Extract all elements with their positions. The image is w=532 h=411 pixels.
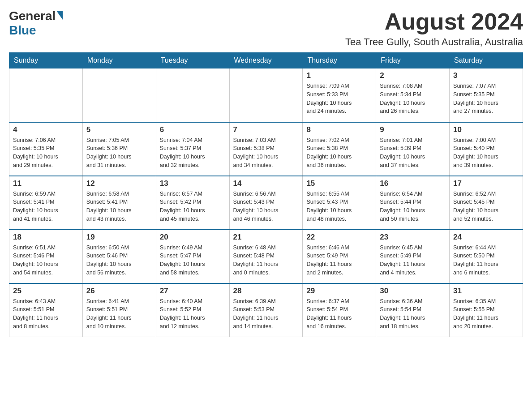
day-info: Sunrise: 6:37 AMSunset: 5:54 PMDaylight:… xyxy=(306,297,372,331)
day-number: 14 xyxy=(233,179,299,188)
day-info: Sunrise: 7:09 AMSunset: 5:33 PMDaylight:… xyxy=(306,82,372,116)
day-info: Sunrise: 7:00 AMSunset: 5:40 PMDaylight:… xyxy=(453,136,519,170)
day-number: 18 xyxy=(13,233,79,242)
day-info: Sunrise: 7:07 AMSunset: 5:35 PMDaylight:… xyxy=(453,82,519,116)
weekday-header-wednesday: Wednesday xyxy=(229,53,303,68)
calendar-cell: 12Sunrise: 6:58 AMSunset: 5:41 PMDayligh… xyxy=(82,176,156,230)
day-info: Sunrise: 6:48 AMSunset: 5:48 PMDaylight:… xyxy=(233,244,299,277)
day-number: 2 xyxy=(380,71,446,80)
day-info: Sunrise: 6:40 AMSunset: 5:52 PMDaylight:… xyxy=(160,297,226,331)
calendar-cell: 25Sunrise: 6:43 AMSunset: 5:51 PMDayligh… xyxy=(9,283,83,337)
calendar-cell: 4Sunrise: 7:06 AMSunset: 5:35 PMDaylight… xyxy=(9,122,83,176)
day-info: Sunrise: 7:06 AMSunset: 5:35 PMDaylight:… xyxy=(13,136,79,170)
calendar-cell: 14Sunrise: 6:56 AMSunset: 5:43 PMDayligh… xyxy=(229,176,303,230)
day-info: Sunrise: 6:35 AMSunset: 5:55 PMDaylight:… xyxy=(453,297,519,331)
calendar-cell: 24Sunrise: 6:44 AMSunset: 5:50 PMDayligh… xyxy=(450,230,523,283)
day-info: Sunrise: 6:54 AMSunset: 5:44 PMDaylight:… xyxy=(380,190,446,223)
calendar-cell: 27Sunrise: 6:40 AMSunset: 5:52 PMDayligh… xyxy=(156,283,229,337)
calendar-cell: 21Sunrise: 6:48 AMSunset: 5:48 PMDayligh… xyxy=(229,230,303,283)
day-number: 8 xyxy=(306,125,372,134)
calendar-week-row: 11Sunrise: 6:59 AMSunset: 5:41 PMDayligh… xyxy=(9,176,523,230)
day-number: 5 xyxy=(86,125,152,134)
day-info: Sunrise: 6:57 AMSunset: 5:42 PMDaylight:… xyxy=(160,190,226,223)
calendar-cell xyxy=(9,68,83,122)
day-info: Sunrise: 6:50 AMSunset: 5:46 PMDaylight:… xyxy=(86,244,152,277)
day-number: 7 xyxy=(233,125,299,134)
day-number: 9 xyxy=(380,125,446,134)
calendar-cell: 9Sunrise: 7:01 AMSunset: 5:39 PMDaylight… xyxy=(376,122,450,176)
day-number: 12 xyxy=(86,179,152,188)
weekday-header-monday: Monday xyxy=(82,53,156,68)
day-number: 28 xyxy=(233,287,299,295)
day-number: 3 xyxy=(453,71,519,80)
calendar-cell: 19Sunrise: 6:50 AMSunset: 5:46 PMDayligh… xyxy=(82,230,156,283)
calendar-table: SundayMondayTuesdayWednesdayThursdayFrid… xyxy=(9,52,523,337)
calendar-cell: 13Sunrise: 6:57 AMSunset: 5:42 PMDayligh… xyxy=(156,176,229,230)
calendar-cell: 11Sunrise: 6:59 AMSunset: 5:41 PMDayligh… xyxy=(9,176,83,230)
day-number: 27 xyxy=(160,287,226,295)
day-info: Sunrise: 7:08 AMSunset: 5:34 PMDaylight:… xyxy=(380,82,446,116)
day-number: 19 xyxy=(86,233,152,242)
logo-general-text: General xyxy=(9,9,56,23)
location-title: Tea Tree Gully, South Australia, Austral… xyxy=(345,36,523,48)
day-info: Sunrise: 7:04 AMSunset: 5:37 PMDaylight:… xyxy=(160,136,226,170)
day-info: Sunrise: 7:01 AMSunset: 5:39 PMDaylight:… xyxy=(380,136,446,170)
day-info: Sunrise: 6:39 AMSunset: 5:53 PMDaylight:… xyxy=(233,297,299,331)
logo-blue-part xyxy=(56,13,63,20)
logo: General Blue xyxy=(9,9,63,38)
day-number: 22 xyxy=(306,233,372,242)
day-number: 26 xyxy=(86,287,152,295)
day-number: 31 xyxy=(453,287,519,295)
day-number: 4 xyxy=(13,125,79,134)
calendar-cell: 26Sunrise: 6:41 AMSunset: 5:51 PMDayligh… xyxy=(82,283,156,337)
day-info: Sunrise: 6:49 AMSunset: 5:47 PMDaylight:… xyxy=(160,244,226,277)
calendar-cell xyxy=(229,68,303,122)
day-info: Sunrise: 6:36 AMSunset: 5:54 PMDaylight:… xyxy=(380,297,446,331)
weekday-header-friday: Friday xyxy=(376,53,450,68)
calendar-cell: 5Sunrise: 7:05 AMSunset: 5:36 PMDaylight… xyxy=(82,122,156,176)
day-info: Sunrise: 6:41 AMSunset: 5:51 PMDaylight:… xyxy=(86,297,152,331)
calendar-cell: 22Sunrise: 6:46 AMSunset: 5:49 PMDayligh… xyxy=(303,230,376,283)
day-info: Sunrise: 7:02 AMSunset: 5:38 PMDaylight:… xyxy=(306,136,372,170)
day-number: 23 xyxy=(380,233,446,242)
calendar-cell: 1Sunrise: 7:09 AMSunset: 5:33 PMDaylight… xyxy=(303,68,376,122)
calendar-cell xyxy=(82,68,156,122)
day-info: Sunrise: 6:59 AMSunset: 5:41 PMDaylight:… xyxy=(13,190,79,223)
day-number: 20 xyxy=(160,233,226,242)
calendar-cell: 6Sunrise: 7:04 AMSunset: 5:37 PMDaylight… xyxy=(156,122,229,176)
day-number: 29 xyxy=(306,287,372,295)
calendar-cell: 30Sunrise: 6:36 AMSunset: 5:54 PMDayligh… xyxy=(376,283,450,337)
day-info: Sunrise: 7:03 AMSunset: 5:38 PMDaylight:… xyxy=(233,136,299,170)
month-title: August 2024 xyxy=(345,9,523,34)
calendar-cell: 15Sunrise: 6:55 AMSunset: 5:43 PMDayligh… xyxy=(303,176,376,230)
calendar-week-row: 25Sunrise: 6:43 AMSunset: 5:51 PMDayligh… xyxy=(9,283,523,337)
calendar-cell: 17Sunrise: 6:52 AMSunset: 5:45 PMDayligh… xyxy=(450,176,523,230)
logo-arrow-icon xyxy=(56,11,63,20)
day-number: 25 xyxy=(13,287,79,295)
logo-blue-text: Blue xyxy=(9,23,36,38)
calendar-cell: 20Sunrise: 6:49 AMSunset: 5:47 PMDayligh… xyxy=(156,230,229,283)
calendar-cell xyxy=(156,68,229,122)
day-number: 10 xyxy=(453,125,519,134)
day-number: 24 xyxy=(453,233,519,242)
calendar-cell: 10Sunrise: 7:00 AMSunset: 5:40 PMDayligh… xyxy=(450,122,523,176)
calendar-cell: 2Sunrise: 7:08 AMSunset: 5:34 PMDaylight… xyxy=(376,68,450,122)
day-info: Sunrise: 6:43 AMSunset: 5:51 PMDaylight:… xyxy=(13,297,79,331)
weekday-header-saturday: Saturday xyxy=(450,53,523,68)
day-info: Sunrise: 6:51 AMSunset: 5:46 PMDaylight:… xyxy=(13,244,79,277)
day-number: 17 xyxy=(453,179,519,188)
calendar-cell: 31Sunrise: 6:35 AMSunset: 5:55 PMDayligh… xyxy=(450,283,523,337)
calendar-cell: 28Sunrise: 6:39 AMSunset: 5:53 PMDayligh… xyxy=(229,283,303,337)
calendar-cell: 16Sunrise: 6:54 AMSunset: 5:44 PMDayligh… xyxy=(376,176,450,230)
calendar-week-row: 4Sunrise: 7:06 AMSunset: 5:35 PMDaylight… xyxy=(9,122,523,176)
calendar-week-row: 18Sunrise: 6:51 AMSunset: 5:46 PMDayligh… xyxy=(9,230,523,283)
calendar-cell: 7Sunrise: 7:03 AMSunset: 5:38 PMDaylight… xyxy=(229,122,303,176)
day-number: 30 xyxy=(380,287,446,295)
day-info: Sunrise: 6:58 AMSunset: 5:41 PMDaylight:… xyxy=(86,190,152,223)
day-info: Sunrise: 6:52 AMSunset: 5:45 PMDaylight:… xyxy=(453,190,519,223)
calendar-cell: 18Sunrise: 6:51 AMSunset: 5:46 PMDayligh… xyxy=(9,230,83,283)
weekday-header-row: SundayMondayTuesdayWednesdayThursdayFrid… xyxy=(9,53,523,68)
day-number: 13 xyxy=(160,179,226,188)
calendar-cell: 8Sunrise: 7:02 AMSunset: 5:38 PMDaylight… xyxy=(303,122,376,176)
day-info: Sunrise: 7:05 AMSunset: 5:36 PMDaylight:… xyxy=(86,136,152,170)
